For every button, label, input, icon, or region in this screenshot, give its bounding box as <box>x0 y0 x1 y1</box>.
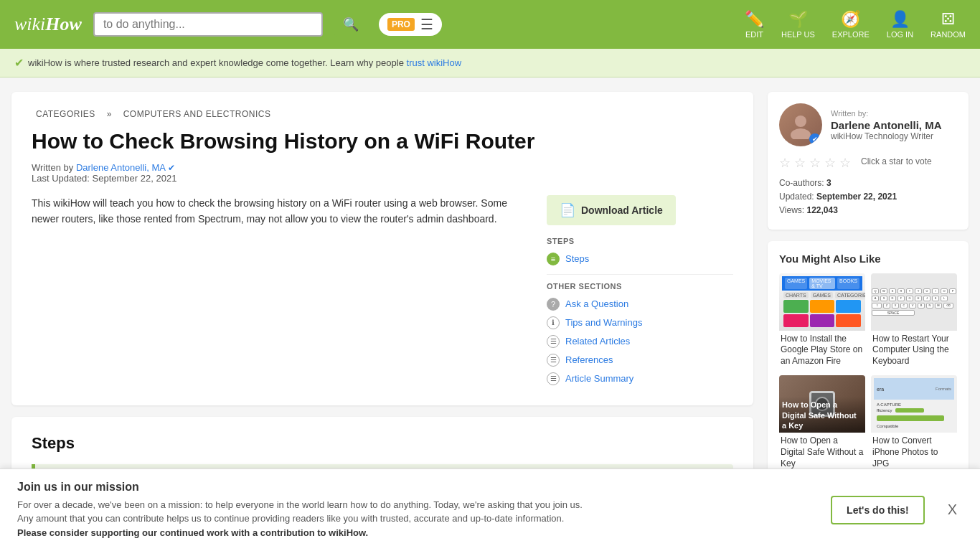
last-updated-text: Last Updated: September 22, 2021 <box>32 173 176 184</box>
svg-point-3 <box>791 128 811 139</box>
toc-ref-text: References <box>565 354 613 365</box>
star-3[interactable]: ☆ <box>809 155 822 168</box>
written-by-label: Written by <box>32 162 73 173</box>
join-text-content: For over a decade, we've been on a missi… <box>17 499 583 524</box>
toc-item-references[interactable]: ☰ References <box>547 351 733 369</box>
star-rating[interactable]: ☆ ☆ ☆ ☆ ☆ <box>779 155 852 168</box>
updated-label: Updated: <box>779 192 814 202</box>
nav-item-login[interactable]: 👤 LOG IN <box>887 10 913 39</box>
author-verified-icon: ✔ <box>168 163 175 173</box>
related-caption-iphone: How to Convert iPhone Photos to JPG <box>871 433 957 472</box>
article-card: CATEGORIES » COMPUTERS AND ELECTRONICS H… <box>11 92 753 405</box>
related-caption-safe: How to Open a Digital Safe Without a Key <box>779 433 865 472</box>
pdf-icon: 📄 <box>560 202 575 218</box>
toc-warning-icon: ℹ <box>547 316 560 329</box>
nav-label-helpus: HELP US <box>781 30 815 39</box>
logo-wiki-text: wiki <box>14 14 45 35</box>
article-description: This wikiHow will teach you how to check… <box>32 195 524 388</box>
toc-ref-icon: ☰ <box>547 354 560 367</box>
trust-checkmark-icon: ✔ <box>14 56 24 70</box>
rating-row: ☆ ☆ ☆ ☆ ☆ Click a star to vote <box>779 155 957 168</box>
author-card: ✔ Written by: Darlene Antonelli, MA wiki… <box>768 92 969 230</box>
article-body: This wikiHow will teach you how to check… <box>32 195 733 388</box>
helpus-icon: 🌱 <box>788 10 808 29</box>
search-input[interactable] <box>103 18 313 31</box>
toc-ask-text: Ask a Question <box>565 298 628 309</box>
star-5[interactable]: ☆ <box>839 155 852 168</box>
join-close-button[interactable]: X <box>942 499 963 521</box>
toc-question-icon: ? <box>547 298 560 311</box>
toc-other-label: OTHER SECTIONS <box>547 282 733 291</box>
trust-text: wikiHow is where trusted research and ex… <box>28 57 461 68</box>
article-meta: Written by Darlene Antonelli, MA ✔ Last … <box>32 162 733 184</box>
views-label: Views: <box>779 205 804 215</box>
safe-thumb-overlay: How to Open a Digital Safe Without a Key <box>779 397 865 433</box>
views-count: 122,043 <box>806 205 837 215</box>
search-button[interactable]: 🔍 <box>334 12 367 37</box>
related-item-digital-safe[interactable]: How to Open a Digital Safe Without a Key… <box>779 375 865 472</box>
site-header: wikiHow 🔍 PRO ☰ ✏️ EDIT 🌱 HELP US 🧭 EXPL… <box>0 0 980 49</box>
vote-prompt: Click a star to vote <box>861 156 932 166</box>
related-thumb-google-play: GAMES MOVIES & TV BOOKS CHARTS GAMES CAT… <box>779 273 865 331</box>
toc-item-ask-question[interactable]: ? Ask a Question <box>547 295 733 314</box>
download-article-button[interactable]: 📄 Download Article <box>547 195 676 225</box>
article-toc: 📄 Download Article STEPS ≡ Steps OTHER S… <box>547 195 733 388</box>
meta-info: Co-authors: 3 Updated: September 22, 202… <box>779 176 957 218</box>
star-1[interactable]: ☆ <box>779 155 792 168</box>
article-title: How to Check Browsing History on a WiFi … <box>32 128 733 155</box>
sidebar: ✔ Written by: Darlene Antonelli, MA wiki… <box>768 92 969 533</box>
toc-tips-text: Tips and Warnings <box>565 317 642 328</box>
star-2[interactable]: ☆ <box>794 155 807 168</box>
nav-label-explore: EXPLORE <box>832 30 870 39</box>
join-title: Join us in our mission <box>17 481 814 494</box>
nav-item-edit[interactable]: ✏️ EDIT <box>745 10 764 39</box>
nav-item-explore[interactable]: 🧭 EXPLORE <box>832 10 870 39</box>
related-item-iphone-jpg[interactable]: era Formats A CAPTURE fficiency <box>871 375 957 472</box>
author-verified-badge: ✔ <box>809 133 821 145</box>
toc-item-related-articles[interactable]: ☰ Related Articles <box>547 332 733 351</box>
related-grid: GAMES MOVIES & TV BOOKS CHARTS GAMES CAT… <box>779 273 957 473</box>
breadcrumb: CATEGORIES » COMPUTERS AND ELECTRONICS <box>32 109 733 119</box>
toc-steps-label: STEPS <box>547 237 733 245</box>
join-bar: Join us in our mission For over a decade… <box>0 468 980 547</box>
related-thumb-safe: How to Open a Digital Safe Without a Key <box>779 375 865 433</box>
toc-item-article-summary[interactable]: ☰ Article Summary <box>547 369 733 388</box>
site-logo[interactable]: wikiHow <box>14 14 82 35</box>
author-name-sidebar: Darlene Antonelli, MA <box>831 119 941 131</box>
nav-label-random: RANDOM <box>930 30 966 39</box>
trust-bar: ✔ wikiHow is where trusted research and … <box>0 49 980 77</box>
toc-item-tips-warnings[interactable]: ℹ Tips and Warnings <box>547 314 733 332</box>
might-also-like-title: You Might Also Like <box>779 253 957 265</box>
hamburger-icon: ☰ <box>420 16 433 33</box>
toc-steps-text: Steps <box>565 253 589 264</box>
star-4[interactable]: ☆ <box>824 155 837 168</box>
login-icon: 👤 <box>890 10 910 29</box>
related-item-keyboard[interactable]: QWERTYUIOP ASDFGHJKL ⇧ZXCVBNM⌫ SPACE <box>871 273 957 370</box>
nav-item-helpus[interactable]: 🌱 HELP US <box>781 10 815 39</box>
co-authors-count: 3 <box>826 178 831 188</box>
breadcrumb-subcategory[interactable]: COMPUTERS AND ELECTRONICS <box>123 109 271 119</box>
toc-summary-text: Article Summary <box>565 373 633 384</box>
join-cta-text: Please consider supporting our continued… <box>17 527 368 538</box>
toc-item-steps[interactable]: ≡ Steps <box>547 250 733 268</box>
trust-link[interactable]: trust wikiHow <box>407 57 462 68</box>
pro-badge[interactable]: PRO ☰ <box>379 13 442 36</box>
toc-summary-icon: ☰ <box>547 372 560 385</box>
explore-icon: 🧭 <box>841 10 860 29</box>
breadcrumb-sep: » <box>107 109 112 119</box>
author-link[interactable]: Darlene Antonelli, MA <box>76 162 165 173</box>
updated-date: September 22, 2021 <box>816 192 897 202</box>
related-item-google-play[interactable]: GAMES MOVIES & TV BOOKS CHARTS GAMES CAT… <box>779 273 865 370</box>
nav-actions: ✏️ EDIT 🌱 HELP US 🧭 EXPLORE 👤 LOG IN ⚄ R… <box>745 10 966 39</box>
safe-caption-overlay: How to Open a Digital Safe Without a Key <box>782 400 857 430</box>
toc-steps-icon: ≡ <box>547 253 560 265</box>
toc-related-icon: ☰ <box>547 335 560 348</box>
nav-item-random[interactable]: ⚄ RANDOM <box>930 10 966 39</box>
trust-text-content: wikiHow is where trusted research and ex… <box>28 57 407 68</box>
related-caption-google-play: How to Install the Google Play Store on … <box>779 331 865 370</box>
join-cta-button[interactable]: Let's do this! <box>831 496 925 524</box>
breadcrumb-categories[interactable]: CATEGORIES <box>36 109 95 119</box>
join-content: Join us in our mission For over a decade… <box>17 481 814 540</box>
related-thumb-iphone: era Formats A CAPTURE fficiency <box>871 375 957 433</box>
related-thumb-keyboard: QWERTYUIOP ASDFGHJKL ⇧ZXCVBNM⌫ SPACE <box>871 273 957 331</box>
